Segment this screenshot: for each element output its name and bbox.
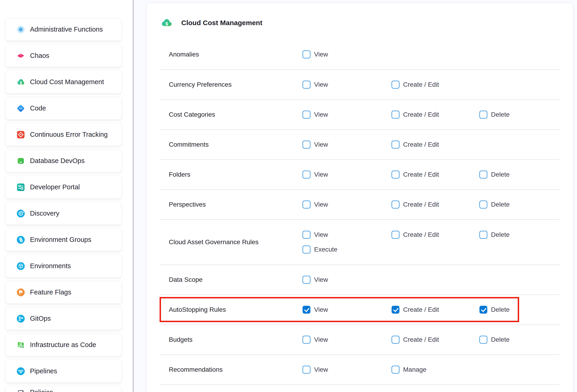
modules-sidebar: Administrative Functions Chaos $ Cloud C… bbox=[0, 0, 133, 392]
chaos-pinwheel-icon bbox=[16, 51, 25, 60]
view-checkbox[interactable] bbox=[303, 336, 310, 344]
cloud-dollar-icon: $ bbox=[160, 18, 173, 28]
delete-permission: Delete bbox=[479, 201, 560, 209]
delete-checkbox[interactable] bbox=[479, 201, 487, 209]
delete-permission: Delete bbox=[479, 231, 560, 239]
create-edit-label: Create / Edit bbox=[403, 171, 439, 178]
git-branch-icon bbox=[16, 314, 25, 323]
view-checkbox[interactable] bbox=[303, 111, 310, 118]
sidebar-item-cloud-cost-management[interactable]: $ Cloud Cost Management bbox=[5, 71, 122, 93]
view-label: View bbox=[314, 201, 328, 208]
manage-checkbox[interactable] bbox=[392, 366, 399, 374]
permission-name: Cloud Asset Governance Rules bbox=[169, 238, 303, 246]
view-permission: View bbox=[303, 366, 392, 374]
delete-checkbox[interactable] bbox=[479, 336, 487, 344]
delete-permission: Delete bbox=[479, 111, 560, 118]
view-checkbox[interactable] bbox=[303, 171, 310, 178]
sidebar-item-label: Environment Groups bbox=[30, 236, 91, 244]
permission-name: Recommendations bbox=[169, 366, 303, 373]
permission-row-autostopping-rules: AutoStopping Rules View Create / Edit De… bbox=[160, 294, 560, 324]
sidebar-item-label: Environments bbox=[30, 262, 71, 270]
sidebar-item-label: GitOps bbox=[30, 315, 51, 322]
create-edit-permission: Create / Edit bbox=[392, 306, 479, 314]
delete-checkbox[interactable] bbox=[479, 111, 487, 118]
sidebar-item-database-devops[interactable]: ∞ Database DevOps bbox=[5, 149, 122, 172]
permission-name: Commitments bbox=[169, 141, 303, 148]
view-permission: View bbox=[303, 141, 392, 148]
delete-checkbox[interactable] bbox=[479, 171, 487, 178]
sidebar-item-environments[interactable]: Environments bbox=[5, 254, 122, 277]
permission-row-commitments: Commitments View Create / Edit bbox=[160, 129, 560, 159]
view-permission: View bbox=[303, 50, 392, 58]
create-edit-checkbox[interactable] bbox=[392, 306, 399, 314]
view-label: View bbox=[314, 231, 328, 238]
view-checkbox[interactable] bbox=[303, 366, 310, 374]
sidebar-item-discovery[interactable]: Discovery bbox=[5, 202, 122, 225]
execute-checkbox[interactable] bbox=[303, 246, 310, 253]
sidebar-item-code[interactable]: </> Code bbox=[5, 97, 122, 120]
view-checkbox[interactable] bbox=[303, 50, 310, 58]
permission-name: Data Scope bbox=[169, 276, 303, 284]
view-label: View bbox=[314, 276, 328, 284]
create-edit-checkbox[interactable] bbox=[392, 81, 399, 89]
delete-checkbox[interactable] bbox=[479, 231, 487, 239]
sidebar-item-label: Database DevOps bbox=[30, 157, 85, 165]
sidebar-item-chaos[interactable]: Chaos bbox=[5, 44, 122, 67]
sidebar-item-label: Administrative Functions bbox=[30, 26, 103, 33]
permission-name: Budgets bbox=[169, 336, 303, 343]
sidebar-item-label: Code bbox=[30, 105, 46, 112]
sidebar-item-policies[interactable]: Policies bbox=[5, 386, 122, 392]
view-label: View bbox=[314, 336, 328, 343]
create-edit-permission: Create / Edit bbox=[392, 231, 479, 239]
sidebar-item-label: Feature Flags bbox=[30, 288, 71, 296]
view-checkbox[interactable] bbox=[303, 141, 310, 148]
sidebar-item-gitops[interactable]: GitOps bbox=[5, 307, 122, 330]
create-edit-label: Create / Edit bbox=[403, 306, 439, 313]
sidebar-item-infrastructure-as-code[interactable]: Infrastructure as Code bbox=[5, 333, 122, 356]
svg-text:$: $ bbox=[165, 21, 168, 26]
sidebar-item-label: Cloud Cost Management bbox=[30, 78, 104, 86]
create-edit-label: Create / Edit bbox=[403, 141, 439, 148]
permission-name: Perspectives bbox=[169, 201, 303, 208]
hexagon-search-icon bbox=[16, 209, 25, 218]
flag-icon bbox=[16, 288, 25, 297]
create-edit-permission: Create / Edit bbox=[392, 141, 479, 148]
view-permission: View bbox=[303, 81, 392, 89]
delete-permission: Delete bbox=[479, 306, 560, 314]
module-list: Administrative Functions Chaos $ Cloud C… bbox=[0, 18, 133, 392]
create-edit-checkbox[interactable] bbox=[392, 231, 399, 239]
create-edit-label: Create / Edit bbox=[403, 201, 439, 208]
sidebar-item-continuous-error-tracking[interactable]: Continuous Error Tracking bbox=[5, 123, 122, 146]
delete-permission: Delete bbox=[479, 171, 560, 178]
delete-checkbox[interactable] bbox=[479, 306, 487, 314]
delete-label: Delete bbox=[491, 171, 510, 178]
sidebar-item-administrative-functions[interactable]: Administrative Functions bbox=[5, 18, 122, 41]
create-edit-checkbox[interactable] bbox=[392, 171, 399, 178]
view-checkbox[interactable] bbox=[303, 201, 310, 209]
create-edit-label: Create / Edit bbox=[403, 231, 439, 238]
sidebar-item-environment-groups[interactable]: Environment Groups bbox=[5, 228, 122, 251]
permission-row-recommendations: Recommendations View Manage bbox=[160, 355, 560, 384]
view-checkbox[interactable] bbox=[303, 81, 310, 89]
create-edit-checkbox[interactable] bbox=[392, 111, 399, 118]
view-checkbox[interactable] bbox=[303, 306, 310, 314]
panel-header: $ Cloud Cost Management bbox=[160, 3, 560, 39]
create-edit-checkbox[interactable] bbox=[392, 141, 399, 148]
create-edit-permission: Create / Edit bbox=[392, 171, 479, 178]
sidebar-item-feature-flags[interactable]: Feature Flags bbox=[5, 281, 122, 304]
permission-name: AutoStopping Rules bbox=[169, 306, 303, 313]
view-checkbox[interactable] bbox=[303, 231, 310, 239]
sidebar-item-pipelines[interactable]: Pipelines bbox=[5, 360, 122, 383]
hexagon-cluster-icon bbox=[16, 235, 25, 244]
view-checkbox[interactable] bbox=[303, 276, 310, 284]
svg-text:$: $ bbox=[20, 80, 22, 85]
create-edit-checkbox[interactable] bbox=[392, 336, 399, 344]
sidebar-item-label: Infrastructure as Code bbox=[30, 341, 96, 349]
view-label: View bbox=[314, 51, 328, 58]
sidebar-item-developer-portal[interactable]: Developer Portal bbox=[5, 176, 122, 199]
create-edit-checkbox[interactable] bbox=[392, 201, 399, 209]
delete-label: Delete bbox=[491, 201, 510, 208]
target-icon bbox=[16, 130, 25, 139]
code-brackets-icon: </> bbox=[16, 104, 25, 113]
gear-icon bbox=[16, 25, 25, 34]
